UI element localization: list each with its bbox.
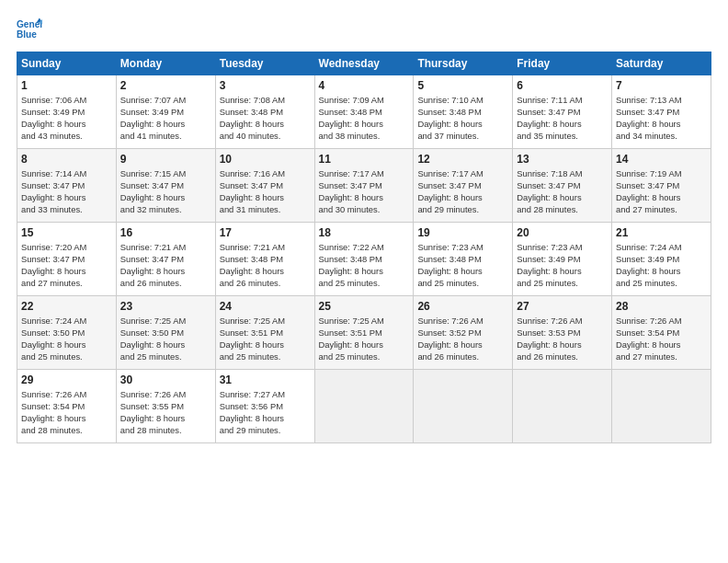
calendar-cell [513,370,612,443]
column-header-monday: Monday [116,52,215,75]
day-number: 16 [120,226,211,239]
day-number: 17 [220,226,311,239]
day-number: 14 [616,153,707,166]
cell-info: Sunrise: 7:27 AMSunset: 3:56 PMDaylight:… [220,388,311,437]
day-number: 3 [220,79,311,92]
calendar-cell: 22Sunrise: 7:24 AMSunset: 3:50 PMDayligh… [17,296,117,370]
calendar-cell: 25Sunrise: 7:25 AMSunset: 3:51 PMDayligh… [314,296,414,370]
day-number: 23 [120,300,211,313]
calendar-cell: 23Sunrise: 7:25 AMSunset: 3:50 PMDayligh… [116,296,215,370]
cell-info: Sunrise: 7:23 AMSunset: 3:49 PMDaylight:… [517,241,608,290]
day-number: 10 [220,153,311,166]
page: General Blue SundayMondayTuesdayWednesda… [0,0,728,563]
calendar-cell: 29Sunrise: 7:26 AMSunset: 3:54 PMDayligh… [17,370,117,443]
cell-info: Sunrise: 7:14 AMSunset: 3:47 PMDaylight:… [21,167,112,216]
calendar-cell: 30Sunrise: 7:26 AMSunset: 3:55 PMDayligh… [116,370,215,443]
cell-info: Sunrise: 7:11 AMSunset: 3:47 PMDaylight:… [517,94,608,143]
calendar-body: 1Sunrise: 7:06 AMSunset: 3:49 PMDaylight… [17,75,711,443]
cell-info: Sunrise: 7:09 AMSunset: 3:48 PMDaylight:… [319,94,410,143]
column-header-tuesday: Tuesday [215,52,314,75]
calendar-cell: 9Sunrise: 7:15 AMSunset: 3:47 PMDaylight… [116,149,215,223]
calendar-cell: 20Sunrise: 7:23 AMSunset: 3:49 PMDayligh… [513,223,612,296]
cell-info: Sunrise: 7:24 AMSunset: 3:50 PMDaylight:… [21,315,112,363]
column-header-wednesday: Wednesday [314,52,414,75]
svg-text:Blue: Blue [17,29,37,40]
day-number: 2 [120,79,211,92]
cell-info: Sunrise: 7:22 AMSunset: 3:48 PMDaylight:… [319,241,410,290]
calendar-cell: 19Sunrise: 7:23 AMSunset: 3:48 PMDayligh… [414,223,513,296]
day-number: 31 [220,373,311,386]
day-number: 18 [319,226,410,239]
week-row-4: 22Sunrise: 7:24 AMSunset: 3:50 PMDayligh… [17,296,711,370]
calendar-cell [414,370,513,443]
day-number: 6 [517,79,608,92]
cell-info: Sunrise: 7:25 AMSunset: 3:51 PMDaylight:… [319,315,410,363]
day-number: 12 [417,153,508,166]
calendar-cell: 27Sunrise: 7:26 AMSunset: 3:53 PMDayligh… [513,296,612,370]
day-number: 21 [616,226,707,239]
day-number: 9 [120,153,211,166]
calendar-table: SundayMondayTuesdayWednesdayThursdayFrid… [17,52,711,443]
calendar-cell [612,370,711,443]
cell-info: Sunrise: 7:19 AMSunset: 3:47 PMDaylight:… [616,167,707,216]
calendar-cell: 1Sunrise: 7:06 AMSunset: 3:49 PMDaylight… [17,75,117,149]
calendar-cell: 21Sunrise: 7:24 AMSunset: 3:49 PMDayligh… [612,223,711,296]
day-number: 24 [220,300,311,313]
day-number: 11 [319,153,410,166]
cell-info: Sunrise: 7:26 AMSunset: 3:54 PMDaylight:… [616,315,707,363]
cell-info: Sunrise: 7:08 AMSunset: 3:48 PMDaylight:… [220,94,311,143]
cell-info: Sunrise: 7:25 AMSunset: 3:51 PMDaylight:… [220,315,311,363]
calendar-cell: 2Sunrise: 7:07 AMSunset: 3:49 PMDaylight… [116,75,215,149]
cell-info: Sunrise: 7:17 AMSunset: 3:47 PMDaylight:… [319,167,410,216]
cell-info: Sunrise: 7:24 AMSunset: 3:49 PMDaylight:… [616,241,707,290]
cell-info: Sunrise: 7:07 AMSunset: 3:49 PMDaylight:… [120,94,211,143]
calendar-cell: 28Sunrise: 7:26 AMSunset: 3:54 PMDayligh… [612,296,711,370]
calendar-cell: 12Sunrise: 7:17 AMSunset: 3:47 PMDayligh… [414,149,513,223]
column-header-thursday: Thursday [414,52,513,75]
day-number: 7 [616,79,707,92]
column-header-friday: Friday [513,52,612,75]
calendar-cell: 31Sunrise: 7:27 AMSunset: 3:56 PMDayligh… [215,370,314,443]
day-number: 1 [21,79,112,92]
logo-icon: General Blue [17,17,42,42]
day-number: 4 [319,79,410,92]
calendar-cell: 13Sunrise: 7:18 AMSunset: 3:47 PMDayligh… [513,149,612,223]
calendar-cell: 5Sunrise: 7:10 AMSunset: 3:48 PMDaylight… [414,75,513,149]
week-row-5: 29Sunrise: 7:26 AMSunset: 3:54 PMDayligh… [17,370,711,443]
cell-info: Sunrise: 7:26 AMSunset: 3:53 PMDaylight:… [517,315,608,363]
calendar-cell: 8Sunrise: 7:14 AMSunset: 3:47 PMDaylight… [17,149,117,223]
calendar-cell [314,370,414,443]
day-number: 19 [417,226,508,239]
cell-info: Sunrise: 7:10 AMSunset: 3:48 PMDaylight:… [417,94,508,143]
calendar-cell: 17Sunrise: 7:21 AMSunset: 3:48 PMDayligh… [215,223,314,296]
calendar-cell: 15Sunrise: 7:20 AMSunset: 3:47 PMDayligh… [17,223,117,296]
cell-info: Sunrise: 7:26 AMSunset: 3:52 PMDaylight:… [417,315,508,363]
day-number: 8 [21,153,112,166]
column-header-sunday: Sunday [17,52,117,75]
cell-info: Sunrise: 7:18 AMSunset: 3:47 PMDaylight:… [517,167,608,216]
day-number: 20 [517,226,608,239]
day-number: 28 [616,300,707,313]
calendar-header-row: SundayMondayTuesdayWednesdayThursdayFrid… [17,52,711,75]
cell-info: Sunrise: 7:15 AMSunset: 3:47 PMDaylight:… [120,167,211,216]
calendar-cell: 26Sunrise: 7:26 AMSunset: 3:52 PMDayligh… [414,296,513,370]
calendar-cell: 18Sunrise: 7:22 AMSunset: 3:48 PMDayligh… [314,223,414,296]
calendar-cell: 11Sunrise: 7:17 AMSunset: 3:47 PMDayligh… [314,149,414,223]
day-number: 5 [417,79,508,92]
header: General Blue [17,17,711,42]
day-number: 13 [517,153,608,166]
week-row-1: 1Sunrise: 7:06 AMSunset: 3:49 PMDaylight… [17,75,711,149]
calendar-cell: 6Sunrise: 7:11 AMSunset: 3:47 PMDaylight… [513,75,612,149]
logo: General Blue [17,17,42,42]
day-number: 29 [21,373,112,386]
cell-info: Sunrise: 7:20 AMSunset: 3:47 PMDaylight:… [21,241,112,290]
calendar-cell: 7Sunrise: 7:13 AMSunset: 3:47 PMDaylight… [612,75,711,149]
week-row-3: 15Sunrise: 7:20 AMSunset: 3:47 PMDayligh… [17,223,711,296]
cell-info: Sunrise: 7:17 AMSunset: 3:47 PMDaylight:… [417,167,508,216]
day-number: 27 [517,300,608,313]
cell-info: Sunrise: 7:25 AMSunset: 3:50 PMDaylight:… [120,315,211,363]
day-number: 26 [417,300,508,313]
column-header-saturday: Saturday [612,52,711,75]
day-number: 30 [120,373,211,386]
day-number: 25 [319,300,410,313]
